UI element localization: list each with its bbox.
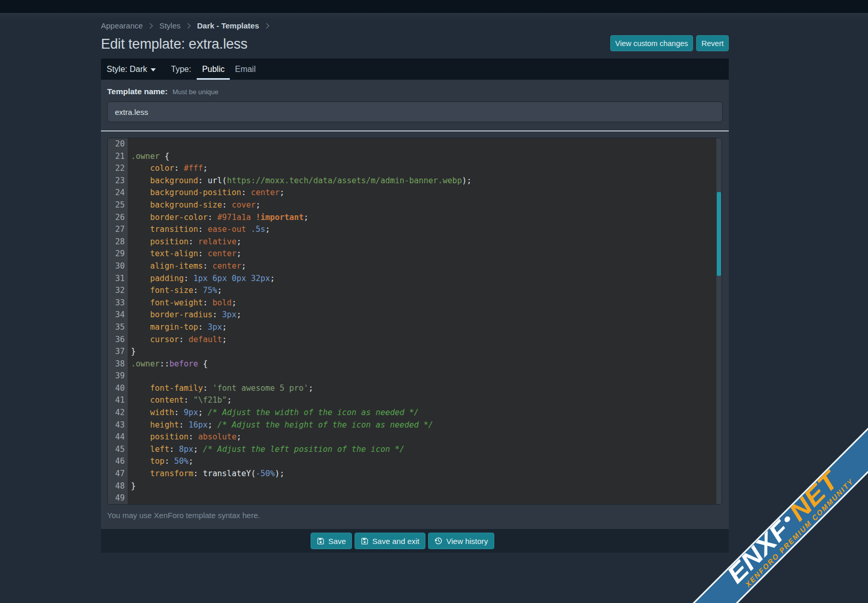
code-line: font-weight: bold; <box>131 297 716 310</box>
save-button[interactable]: Save <box>311 533 352 549</box>
code-token <box>227 274 231 283</box>
code-token: ; <box>308 384 313 393</box>
code-token: : <box>184 274 194 283</box>
code-token: : <box>198 322 208 332</box>
save-and-exit-button[interactable]: Save and exit <box>355 533 425 549</box>
code-token: ( <box>251 469 256 478</box>
style-selector[interactable]: Style: Dark <box>107 58 156 80</box>
code-token <box>131 225 150 234</box>
code-token: : <box>188 237 198 246</box>
code-line: color: #fff; <box>131 163 716 175</box>
template-name-input[interactable]: extra.less <box>107 101 723 122</box>
editor-scrollbar[interactable] <box>716 138 722 504</box>
breadcrumb-item[interactable]: Appearance <box>101 21 143 30</box>
code-token: default <box>188 335 222 344</box>
line-number: 44 <box>108 431 128 444</box>
code-token: border-color <box>150 213 208 222</box>
code-token: ; <box>198 408 208 417</box>
editor-code[interactable]: .owner { color: #fff; background: url(ht… <box>129 138 716 504</box>
divider <box>101 130 729 131</box>
code-token: : <box>203 384 213 393</box>
code-line: height: 16px; /* Adjust the height of th… <box>131 419 716 432</box>
code-line: align-items: center; <box>131 260 716 273</box>
editor-scrollbar-thumb[interactable] <box>717 192 721 276</box>
code-token: ; <box>237 310 241 319</box>
revert-button[interactable]: Revert <box>696 35 729 51</box>
code-token: } <box>131 347 136 356</box>
code-token: font-size <box>150 286 193 295</box>
code-token: ease-out <box>208 225 246 234</box>
code-token <box>131 237 150 246</box>
code-line: transform: translateY(-50%); <box>131 468 716 480</box>
code-token: ; <box>266 225 270 234</box>
code-token: 3px <box>208 322 222 332</box>
code-line: .owner { <box>131 151 716 163</box>
code-line: .owner::before { <box>131 358 716 371</box>
code-token: align-items <box>150 261 203 271</box>
watermark-title: ENXFNET <box>724 468 842 586</box>
code-token: content <box>150 395 184 405</box>
watermark-subtitle: XENFORO PREMIUM COMMUNITY <box>727 477 856 603</box>
line-number: 42 <box>108 407 128 419</box>
template-name-value: extra.less <box>115 108 148 116</box>
line-number: 37 <box>108 346 128 358</box>
code-token: translateY <box>203 469 251 478</box>
code-editor[interactable]: 2021222324252627282930313233343536373839… <box>107 138 722 505</box>
code-token: relative <box>198 237 237 246</box>
code-line: cursor: default; <box>131 334 716 346</box>
code-line: margin-top: 3px; <box>131 321 716 334</box>
code-token <box>131 469 150 478</box>
line-number: 43 <box>108 419 128 432</box>
code-token: ; <box>208 420 217 430</box>
code-token: ; <box>237 237 241 246</box>
button-label: Save and exit <box>372 537 419 546</box>
chevron-right-icon <box>149 23 153 29</box>
code-line: background-position: center; <box>131 187 716 199</box>
code-token: : <box>179 420 189 430</box>
breadcrumb-item[interactable]: Styles <box>159 21 181 30</box>
code-line: position: absolute; <box>131 431 716 444</box>
submit-buttons: Save Save and exit View history <box>311 533 494 549</box>
chevron-right-icon <box>187 23 191 29</box>
code-token: : <box>174 164 184 173</box>
code-token: .5s <box>251 225 266 234</box>
tab-bar: Style: Dark Type: PublicEmail <box>101 58 729 80</box>
code-token: ; <box>222 335 227 344</box>
code-token: center <box>208 249 237 258</box>
code-token: : <box>193 286 203 295</box>
line-number: 45 <box>108 444 128 456</box>
code-token: bold <box>213 298 232 307</box>
line-number: 41 <box>108 394 128 407</box>
code-token: padding <box>150 274 184 283</box>
line-number: 23 <box>108 175 128 187</box>
code-token: left <box>150 445 169 454</box>
code-token: ) <box>275 469 279 478</box>
watermark-dot-icon <box>784 515 791 523</box>
view-history-button[interactable]: View history <box>428 533 494 549</box>
code-token: : <box>174 408 184 417</box>
code-line: font-size: 75%; <box>131 285 716 297</box>
breadcrumb: Appearance Styles Dark - Templates <box>101 21 270 30</box>
code-token: 6px <box>213 274 227 283</box>
tab-public[interactable]: Public <box>197 58 230 80</box>
code-line <box>131 492 716 505</box>
code-token: ; <box>304 213 308 222</box>
form-panel: Template name: Must be unique extra.less… <box>101 80 729 529</box>
line-number: 31 <box>108 273 128 285</box>
tab-email[interactable]: Email <box>230 58 261 80</box>
template-name-label: Template name: <box>107 87 168 96</box>
code-token: ; <box>270 274 275 283</box>
code-token <box>131 457 150 466</box>
code-token: height <box>150 420 179 430</box>
line-number: 28 <box>108 236 128 248</box>
breadcrumb-item[interactable]: Dark - Templates <box>197 21 259 30</box>
line-number: 27 <box>108 224 128 236</box>
template-name-row: Template name: Must be unique <box>107 87 218 96</box>
code-token <box>131 274 150 283</box>
code-token: ; <box>237 432 241 442</box>
code-token: : <box>198 176 208 185</box>
header-actions: View custom changesRevert <box>610 35 729 51</box>
code-token: 9px <box>184 408 198 417</box>
view-custom-changes-button[interactable]: View custom changes <box>610 35 694 51</box>
save-icon <box>317 537 325 545</box>
